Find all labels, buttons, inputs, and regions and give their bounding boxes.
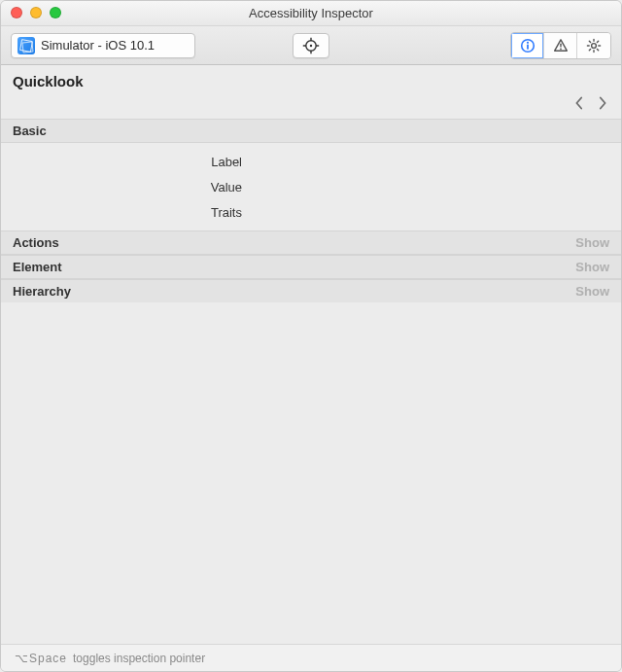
settings-tab-button[interactable] (577, 33, 610, 58)
gear-icon (586, 38, 602, 53)
content-area: Quicklook Basic Label Value Traits (1, 65, 621, 671)
section-hierarchy-show[interactable]: Show (575, 284, 609, 299)
inspection-pointer-button[interactable] (293, 33, 329, 58)
section-actions-header[interactable]: Actions Show (1, 230, 621, 255)
simulator-icon (17, 37, 35, 54)
section-element-show[interactable]: Show (575, 260, 609, 274)
audit-tab-button[interactable] (544, 33, 577, 58)
crosshair-icon (302, 37, 320, 54)
svg-point-10 (560, 48, 562, 50)
svg-rect-9 (560, 43, 561, 47)
section-basic-title: Basic (13, 124, 47, 138)
next-element-button[interactable] (598, 96, 607, 110)
target-selector[interactable]: Simulator - iOS 10.1 (11, 33, 195, 58)
svg-line-18 (597, 41, 598, 42)
section-basic-body: Label Value Traits (1, 143, 621, 230)
svg-line-16 (589, 41, 590, 42)
table-row: Label (1, 149, 621, 174)
page-title: Quicklook (1, 65, 621, 93)
table-row: Traits (1, 199, 621, 225)
svg-point-5 (310, 44, 312, 46)
svg-point-7 (526, 41, 528, 43)
window: Accessibility Inspector Simulator - iOS … (0, 0, 622, 672)
svg-point-11 (592, 43, 597, 48)
info-icon (520, 38, 536, 53)
close-icon[interactable] (11, 7, 22, 18)
warning-icon (553, 38, 569, 53)
basic-row-label: Label (1, 155, 254, 169)
footer-shortcut: ⌥Space (15, 652, 67, 665)
table-row: Value (1, 174, 621, 199)
traffic-lights (11, 7, 61, 18)
section-element-header[interactable]: Element Show (1, 255, 621, 279)
section-hierarchy-title: Hierarchy (13, 284, 71, 299)
chevron-right-icon (598, 96, 607, 110)
section-hierarchy-header[interactable]: Hierarchy Show (1, 279, 621, 302)
previous-element-button[interactable] (574, 96, 584, 110)
footer-hint: toggles inspection pointer (73, 652, 205, 665)
element-nav (1, 93, 621, 119)
svg-line-19 (589, 49, 590, 50)
section-basic-header[interactable]: Basic (1, 119, 621, 143)
toolbar-right-group (510, 32, 611, 59)
target-selector-label: Simulator - iOS 10.1 (41, 38, 155, 53)
toolbar: Simulator - iOS 10.1 (1, 26, 621, 65)
svg-rect-8 (527, 44, 529, 49)
basic-row-label: Value (1, 180, 254, 195)
status-bar: ⌥Space toggles inspection pointer (1, 644, 621, 671)
mode-segmented-control (510, 32, 611, 59)
inspection-tab-button[interactable] (511, 33, 544, 58)
minimize-icon[interactable] (30, 7, 42, 18)
titlebar: Accessibility Inspector (1, 1, 621, 26)
empty-area (1, 302, 621, 644)
chevron-left-icon (574, 96, 584, 110)
window-title: Accessibility Inspector (1, 6, 621, 20)
basic-row-label: Traits (1, 205, 254, 220)
section-element-title: Element (13, 260, 62, 274)
zoom-icon[interactable] (50, 7, 61, 18)
section-actions-show[interactable]: Show (575, 235, 609, 250)
section-actions-title: Actions (13, 235, 59, 250)
svg-line-17 (597, 49, 598, 50)
